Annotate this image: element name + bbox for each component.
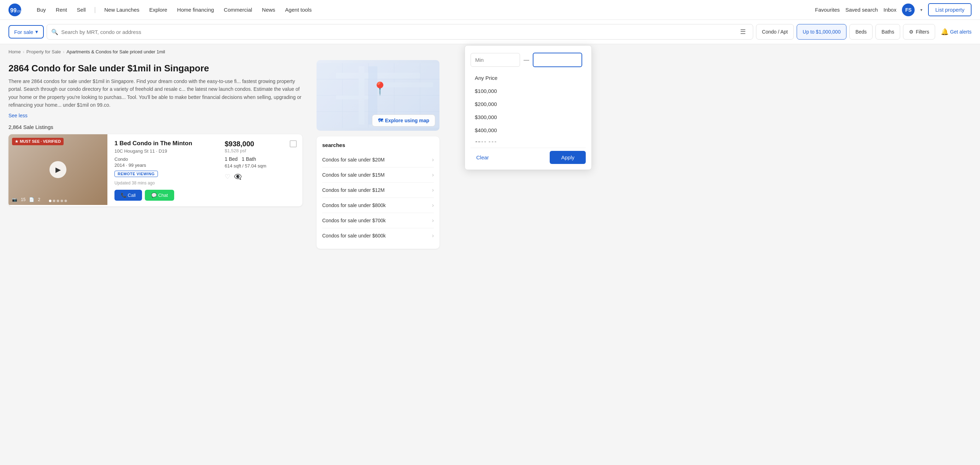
camera-icon: 📷 — [12, 197, 18, 202]
saved-search-arrow-3: › — [432, 202, 434, 209]
map-preview: 📍 🗺 Explore using map — [317, 60, 439, 131]
price-option-100k[interactable]: $100,000 — [471, 84, 586, 97]
all-filters-button[interactable]: ⚙ Filters — [903, 24, 935, 40]
saved-search-arrow-2: › — [432, 187, 434, 193]
listing-image: ★ MUST SEE · VERIFIED ▶ 📷 15 📄 2 — [8, 134, 107, 205]
for-sale-dropdown[interactable]: For sale ▾ — [8, 25, 44, 38]
saved-search-item-2[interactable]: Condos for sale under $12M › — [322, 183, 434, 198]
image-dots — [49, 200, 67, 202]
nav-home-financing[interactable]: Home financing — [173, 4, 218, 16]
call-button[interactable]: 📞 Call — [115, 190, 142, 201]
logo[interactable]: 99 .co — [8, 3, 21, 16]
get-alerts-button[interactable]: 🔔 Get alerts — [941, 28, 972, 36]
nav-buy[interactable]: Buy — [32, 4, 50, 16]
search-input[interactable] — [61, 29, 737, 35]
header-right: Favourites Saved search Inbox FS ▾ List … — [815, 3, 972, 16]
saved-search-arrow-0: › — [432, 156, 434, 163]
price-option-200k[interactable]: $200,000 — [471, 97, 586, 111]
floor-plan-icon: 📄 — [29, 197, 34, 202]
dot-3 — [57, 200, 59, 202]
alerts-label: Get alerts — [950, 29, 972, 35]
listing-title[interactable]: 1 Bed Condo in The Minton — [115, 140, 218, 147]
svg-rect-11 — [336, 73, 420, 78]
hide-eye-icon[interactable]: 👁‍🗨 — [234, 173, 242, 180]
listing-bed-bath: 1 Bed 1 Bath — [225, 156, 256, 162]
price-option-300k[interactable]: $300,000 — [471, 111, 586, 124]
nav-commercial[interactable]: Commercial — [220, 4, 256, 16]
svg-text:99: 99 — [10, 8, 17, 13]
saved-search-item-5[interactable]: Condos for sale under $600k › — [322, 228, 434, 243]
bell-icon: 🔔 — [941, 28, 948, 36]
saved-search-item-3[interactable]: Condos for sale under $800k › — [322, 198, 434, 213]
apply-button[interactable]: Apply — [550, 151, 586, 164]
avatar[interactable]: FS — [902, 3, 915, 16]
price-max-input[interactable]: 1000000 — [533, 53, 582, 67]
nav-sell[interactable]: Sell — [73, 4, 90, 16]
list-property-button[interactable]: List property — [928, 3, 972, 16]
remote-viewing-badge: REMOTE VIEWING — [115, 170, 158, 177]
breadcrumb-sep-2: › — [63, 49, 64, 54]
play-button[interactable]: ▶ — [49, 161, 67, 178]
floor-plan-count: 2 — [38, 197, 40, 202]
price-min-input[interactable] — [471, 53, 520, 67]
nav-rent[interactable]: Rent — [52, 4, 72, 16]
header-saved-search[interactable]: Saved search — [845, 7, 878, 13]
nav-new-launches[interactable]: New Launches — [100, 4, 143, 16]
saved-search-item-4[interactable]: Condos for sale under $700k › — [322, 213, 434, 228]
price-range-row: — 1000000 — [471, 53, 586, 67]
clear-button[interactable]: Clear — [471, 151, 495, 163]
saved-search-item-0[interactable]: Condos for sale under $20M › — [322, 152, 434, 167]
listing-type: Condo — [115, 156, 128, 162]
property-type-filter[interactable]: Condo / Apt — [756, 24, 794, 40]
nav-agent-tools[interactable]: Agent tools — [281, 4, 316, 16]
breadcrumb-home[interactable]: Home — [8, 49, 21, 54]
nav-news[interactable]: News — [258, 4, 280, 16]
listing-address: 10C Hougang St 11 · D19 — [115, 148, 218, 154]
svg-rect-14 — [336, 96, 369, 99]
price-option-500k[interactable]: $500,000 — [471, 137, 586, 142]
compare-checkbox[interactable] — [290, 140, 297, 147]
saved-search-label-0: Condos for sale under $20M — [322, 157, 385, 162]
breadcrumb-property-for-sale[interactable]: Property for Sale — [27, 49, 61, 54]
listing-year: 2014 · 99 years — [115, 162, 218, 168]
breadcrumb-sep-1: › — [23, 49, 24, 54]
header-inbox[interactable]: Inbox — [883, 7, 897, 13]
saved-search-item-1[interactable]: Condos for sale under $15M › — [322, 167, 434, 183]
must-see-badge: ★ MUST SEE · VERIFIED — [12, 138, 64, 145]
list-view-icon[interactable]: ☰ — [737, 27, 749, 37]
saved-searches-box: searches Condos for sale under $20M › Co… — [317, 136, 439, 249]
header-favourites[interactable]: Favourites — [815, 7, 840, 13]
price-options-list: Any Price $100,000 $200,000 $300,000 $40… — [471, 72, 586, 142]
baths-filter[interactable]: Baths — [875, 24, 900, 40]
nav-explore[interactable]: Explore — [145, 4, 171, 16]
price-option-400k[interactable]: $400,000 — [471, 124, 586, 137]
listing-updated: Updated 38 mins ago — [115, 180, 218, 186]
listing-info: 1 Bed Condo in The Minton 10C Hougang St… — [107, 134, 225, 206]
main-nav: Buy Rent Sell | New Launches Explore Hom… — [32, 4, 316, 16]
header: 99 .co Buy Rent Sell | New Launches Expl… — [0, 0, 980, 20]
price-option-any[interactable]: Any Price — [471, 72, 586, 84]
chat-button[interactable]: 💬 Chat — [145, 190, 174, 201]
see-less-link[interactable]: See less — [8, 113, 27, 118]
price-filter[interactable]: Up to $1,000,000 — [797, 24, 846, 40]
image-count: 15 — [21, 197, 25, 202]
save-heart-icon[interactable]: ♡ — [225, 173, 230, 180]
saved-search-label-1: Condos for sale under $15M — [322, 172, 385, 178]
dot-2 — [53, 200, 56, 202]
saved-search-label-5: Condos for sale under $600k — [322, 233, 386, 239]
price-dropdown: — 1000000 Any Price $100,000 $200,000 $3… — [465, 45, 592, 170]
listing-beds: 1 Bed — [225, 156, 238, 162]
dot-4 — [61, 200, 63, 202]
listing-sqft: 614 sqft / 57.04 sqm — [225, 163, 266, 169]
search-input-wrapper[interactable]: 🔍 ☰ — [47, 24, 753, 40]
dropdown-footer: Clear Apply — [471, 148, 586, 164]
nav-separator: | — [94, 6, 96, 13]
avatar-chevron-icon[interactable]: ▾ — [920, 8, 923, 12]
beds-filter[interactable]: Beds — [849, 24, 873, 40]
dot-1 — [49, 200, 52, 202]
explore-map-button[interactable]: 🗺 Explore using map — [372, 115, 435, 126]
listing-type-row: Condo — [115, 156, 218, 162]
star-icon: ★ — [15, 139, 18, 144]
page-title: 2864 Condo for Sale under $1mil in Singa… — [8, 63, 302, 74]
listings-count: 2,864 Sale Listings — [8, 124, 302, 130]
